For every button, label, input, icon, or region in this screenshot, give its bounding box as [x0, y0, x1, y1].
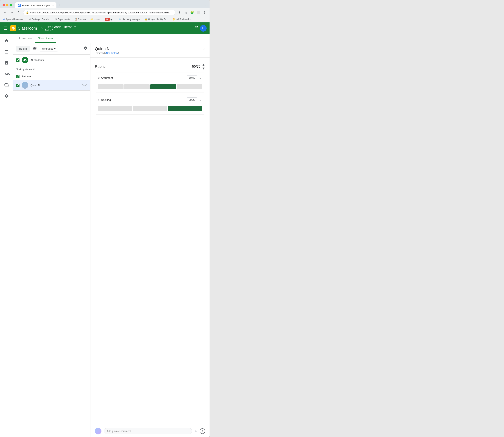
sidebar-expand-people[interactable]	[1, 69, 12, 79]
student-avatar	[22, 82, 28, 89]
all-students-row: All students	[13, 55, 90, 66]
extensions-icon[interactable]: 🧩	[189, 10, 195, 15]
comment-send-button[interactable]: ➤	[194, 429, 197, 433]
close-detail-button[interactable]: ×	[203, 47, 205, 51]
rubric-criteria-0: 0: Argument 30/50 ⌄	[95, 73, 205, 92]
address-bar[interactable]: 🔒 classroom.google.com/u/0/c/NjEyMDI4ODI…	[23, 10, 175, 15]
lock-icon: 🔒	[26, 11, 29, 14]
rubric-total-score: 50/70 ▲ ▼	[192, 63, 205, 70]
detail-status: Returned (See history)	[95, 52, 119, 54]
minimize-dot[interactable]	[6, 4, 9, 6]
tab-instructions[interactable]: Instructions	[16, 34, 35, 43]
tab-navigation: Instructions Student work	[13, 34, 210, 43]
menu-icon[interactable]: ⋮	[202, 10, 207, 15]
profile-icon[interactable]: ⬜	[196, 10, 201, 15]
score-down-icon: ▼	[202, 67, 205, 70]
url-text: classroom.google.com/u/0/c/NjEyMDI4ODIxM…	[30, 11, 173, 14]
reload-button[interactable]: ↻	[16, 10, 22, 15]
bookmark-google-identity[interactable]: 🔒 Google Identity Se...	[143, 18, 169, 21]
sidebar-item-settings[interactable]	[1, 91, 12, 101]
bookmark-current[interactable]: 📁 current	[89, 18, 102, 21]
see-history-link[interactable]: See history	[106, 52, 118, 54]
comment-help-button[interactable]: ?	[200, 428, 205, 434]
sidebar-item-archive[interactable]	[1, 80, 12, 90]
settings-button[interactable]	[83, 46, 87, 51]
detail-header: Quinn N Returned (See history) ×	[91, 43, 210, 58]
classroom-logo-text: Classroom	[18, 26, 37, 31]
criteria-0-name: 0: Argument	[98, 76, 113, 79]
bookmark-classes[interactable]: 📋 Classes	[73, 18, 87, 21]
browser-tab[interactable]: Romeo and Juliet analysis. ×	[15, 2, 56, 8]
return-button[interactable]: Return	[16, 46, 30, 52]
all-students-icon	[22, 57, 28, 63]
download-icon[interactable]: ⬇	[177, 10, 182, 15]
all-students-checkbox[interactable]	[16, 59, 20, 62]
returned-group-checkbox[interactable]	[16, 75, 20, 78]
filter-dropdown[interactable]: Ungraded ▾	[40, 46, 58, 51]
score-up-icon: ▲	[202, 63, 205, 67]
sidebar-item-todo[interactable]	[1, 58, 12, 68]
maximize-dot[interactable]	[10, 4, 12, 6]
criteria-1-header: 1: Spelling 20/20 ⌄	[95, 95, 205, 105]
content-area: Instructions Student work Return	[13, 34, 210, 437]
filter-arrow: ▾	[54, 47, 56, 50]
sort-row[interactable]: Sort by status ▾	[13, 66, 90, 73]
course-info: 10th Grade Literature! Period 3	[45, 25, 77, 32]
criteria-1-score: 20/20	[187, 97, 197, 102]
criteria-1-expand[interactable]: ⌄	[199, 97, 202, 102]
sidebar-item-home[interactable]	[1, 36, 12, 46]
sort-arrow-icon: ▾	[33, 67, 35, 71]
rating-bar-0-1[interactable]	[124, 84, 150, 89]
student-name: Quinn N	[30, 84, 80, 87]
criteria-0-score: 30/50	[187, 75, 197, 80]
rating-bar-1-0[interactable]	[98, 106, 132, 111]
course-title: 10th Grade Literature!	[45, 25, 77, 29]
rubric-title: Rubric	[95, 65, 105, 69]
tab-student-work[interactable]: Student work	[35, 34, 56, 43]
rating-bar-0-3[interactable]	[177, 84, 202, 89]
student-list-toolbar: Return Ungraded ▾	[13, 43, 90, 55]
criteria-0-expand[interactable]: ⌄	[199, 75, 202, 80]
comment-area: ➤ ?	[91, 425, 210, 437]
bookmark-all[interactable]: 📁 All Bookmarks	[171, 18, 192, 21]
breadcrumb-arrow: >	[41, 26, 44, 30]
detail-panel: Quinn N Returned (See history) ×	[91, 43, 210, 437]
app-header: ☰ Classroom > 10th Grade Literature! Per…	[0, 22, 210, 34]
bookmarks-bar: G Apps with access... ⚙ Settings - Cooki…	[0, 17, 210, 22]
bookmark-gcp[interactable]: RPI gcp	[104, 18, 115, 21]
rubric-header: Rubric 50/70 ▲ ▼	[95, 60, 205, 73]
rating-bar-0-0[interactable]	[98, 84, 123, 89]
tab-close-button[interactable]: ×	[52, 4, 54, 7]
user-avatar[interactable]: D	[200, 25, 207, 32]
commenter-avatar	[95, 428, 101, 434]
back-button[interactable]: ←	[2, 10, 8, 15]
browser-more-button[interactable]: ⌄	[204, 3, 207, 7]
bookmark-experiments[interactable]: ⚗ Experiments	[54, 18, 71, 21]
private-comment-input[interactable]	[104, 428, 192, 434]
forward-button[interactable]: →	[9, 10, 15, 15]
student-row[interactable]: Quinn N Draft	[13, 80, 90, 91]
rating-bar-0-2[interactable]	[150, 84, 176, 89]
criteria-1-bars	[95, 105, 205, 114]
all-students-label: All students	[30, 59, 44, 61]
bookmark-icon[interactable]: ☆	[183, 10, 189, 15]
grid-icon-button[interactable]	[194, 26, 199, 31]
course-subtitle: Period 3	[45, 29, 77, 32]
detail-student-name: Quinn N	[95, 47, 119, 51]
rating-bar-1-2[interactable]	[168, 106, 202, 111]
tab-title: Romeo and Juliet analysis.	[22, 4, 51, 7]
close-dot[interactable]	[3, 4, 5, 6]
email-button[interactable]	[32, 45, 38, 52]
criteria-1-name: 1: Spelling	[98, 98, 111, 101]
hamburger-button[interactable]: ☰	[3, 25, 8, 31]
sidebar-item-calendar[interactable]	[1, 47, 12, 57]
bookmark-discovery[interactable]: 🔍 Quinn N discovery example	[117, 18, 141, 21]
student-checkbox[interactable]	[16, 84, 20, 87]
bookmark-settings[interactable]: ⚙ Settings - Cookie...	[28, 18, 52, 21]
new-tab-button[interactable]: +	[56, 2, 62, 8]
bookmark-apps[interactable]: G Apps with access...	[2, 18, 26, 21]
detail-content: Rubric 50/70 ▲ ▼	[91, 58, 210, 425]
rating-bar-1-1[interactable]	[133, 106, 167, 111]
classroom-logo: Classroom	[10, 25, 37, 31]
rubric-score-arrows[interactable]: ▲ ▼	[202, 63, 205, 70]
